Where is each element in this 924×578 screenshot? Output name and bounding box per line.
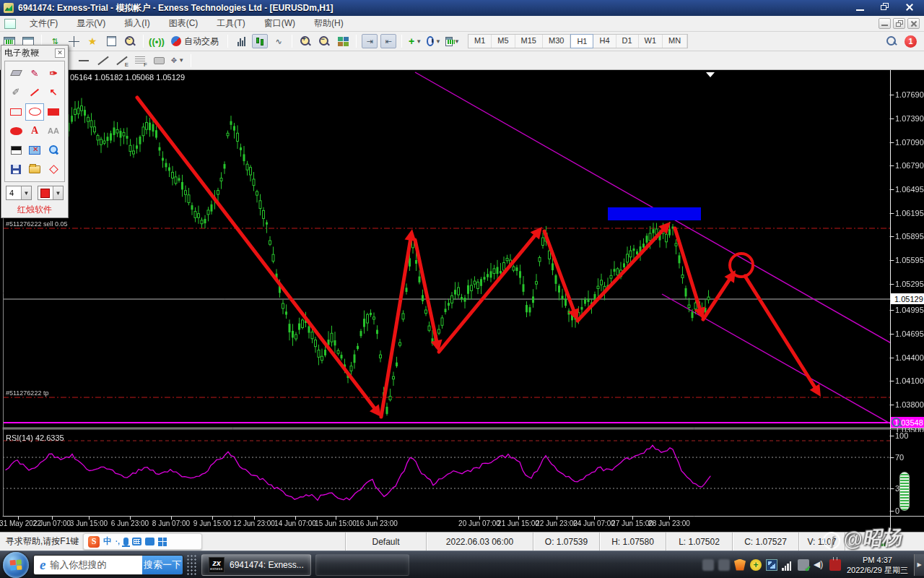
- save-tool[interactable]: [6, 161, 25, 178]
- start-button[interactable]: [3, 552, 29, 578]
- show-desktop-button[interactable]: ▶: [914, 554, 924, 576]
- auto-scroll-button[interactable]: ⇥: [362, 34, 378, 48]
- chart-shift-button[interactable]: ⇤: [380, 34, 396, 48]
- tf-m5[interactable]: M5: [492, 35, 515, 48]
- notification-badge[interactable]: 1: [905, 35, 917, 48]
- power-plug-icon[interactable]: [829, 559, 841, 571]
- tf-mn[interactable]: MN: [663, 35, 687, 48]
- sogou-input-bar[interactable]: S 中 ·,: [83, 533, 202, 550]
- menu-help[interactable]: 帮助(H): [305, 16, 353, 31]
- equidistant-channel-button[interactable]: E: [113, 53, 129, 68]
- periods-button[interactable]: ▼: [426, 34, 442, 48]
- skin-icon[interactable]: [145, 538, 154, 545]
- toolbox-grid-icon[interactable]: [158, 538, 167, 546]
- brush-tool[interactable]: ✑: [44, 64, 63, 82]
- marker-tool[interactable]: ✐: [6, 84, 25, 101]
- ellipse-filled-tool[interactable]: [6, 122, 25, 139]
- taskbar-app-exness[interactable]: zxexness 6941474: Exness...: [201, 554, 311, 576]
- antivirus-icon[interactable]: +: [750, 559, 762, 571]
- fibonacci-button[interactable]: F: [132, 53, 148, 68]
- zoom-out-button[interactable]: −: [316, 34, 332, 48]
- tile-windows-button[interactable]: [335, 34, 351, 48]
- volume-icon[interactable]: ◀): [814, 559, 825, 571]
- drawing-palette-window[interactable]: 电子教鞭 ✕ ✎ ✑ ✐ ↖ A AA 4 ▼ ▼ 红烛软件: [1, 45, 69, 218]
- price-axis-label: 1.05595: [895, 256, 924, 264]
- sogou-logo-icon[interactable]: S: [88, 536, 100, 548]
- search-icon[interactable]: [886, 35, 897, 47]
- doc-minimize-button[interactable]: [879, 18, 891, 29]
- menu-window[interactable]: 窗口(W): [255, 16, 305, 31]
- magenta-price-box: 1.03548: [891, 417, 924, 428]
- horizontal-line-button[interactable]: [76, 53, 92, 68]
- open-tool[interactable]: [25, 161, 44, 178]
- tf-m15[interactable]: M15: [515, 35, 543, 48]
- pen-tool[interactable]: ✎: [25, 64, 44, 82]
- minimize-button[interactable]: [853, 1, 868, 13]
- display-utility-icon[interactable]: [766, 559, 777, 571]
- security-shield-icon[interactable]: [734, 559, 746, 571]
- usb-safely-remove-icon[interactable]: [798, 559, 809, 571]
- signals-button[interactable]: ((•)): [149, 34, 165, 48]
- taskbar-app-other[interactable]: [315, 554, 409, 576]
- pen-color-dropdown[interactable]: ▼: [38, 186, 64, 200]
- indicators-button[interactable]: +▼: [407, 34, 423, 48]
- tf-d1[interactable]: D1: [616, 35, 639, 48]
- tf-m30[interactable]: M30: [543, 35, 570, 48]
- restore-button[interactable]: [878, 1, 892, 13]
- text-aa-tool[interactable]: AA: [44, 122, 63, 139]
- terminal-button[interactable]: [103, 34, 119, 48]
- bar-chart-button[interactable]: [233, 34, 249, 48]
- tf-h4[interactable]: H4: [593, 35, 616, 48]
- red-line-tool[interactable]: [25, 84, 44, 101]
- menu-insert[interactable]: 插入(I): [115, 16, 159, 31]
- tf-w1[interactable]: W1: [639, 35, 663, 48]
- tray-hidden-icon[interactable]: [718, 559, 730, 571]
- eraser-tool[interactable]: [6, 64, 25, 82]
- search-go-button[interactable]: 搜索一下: [142, 556, 183, 574]
- menu-file[interactable]: 文件(F): [20, 16, 67, 31]
- palette-titlebar[interactable]: 电子教鞭 ✕: [1, 46, 68, 60]
- keyboard-icon[interactable]: [132, 538, 141, 545]
- rectangle-outline-tool[interactable]: [6, 103, 25, 121]
- tf-m1[interactable]: M1: [468, 35, 492, 48]
- autotrading-button[interactable]: 自动交易: [166, 34, 224, 49]
- price-chart-canvas[interactable]: [0, 70, 924, 532]
- screen-tool[interactable]: [25, 142, 44, 159]
- menu-view[interactable]: 显示(V): [67, 16, 115, 31]
- tray-hidden-icon[interactable]: [702, 559, 714, 571]
- candlestick-chart-button[interactable]: [252, 34, 268, 48]
- text-a-tool[interactable]: A: [25, 122, 44, 139]
- doc-close-button[interactable]: [907, 18, 920, 29]
- doc-restore-button[interactable]: [893, 18, 905, 29]
- arrows-tool-button[interactable]: ✥▼: [170, 53, 186, 68]
- tf-h1[interactable]: H1: [570, 34, 593, 48]
- diamond-tool[interactable]: [44, 161, 63, 178]
- close-button[interactable]: [902, 1, 917, 13]
- blackboard-tool[interactable]: [6, 142, 25, 159]
- network-signal-icon[interactable]: [782, 559, 793, 571]
- line-chart-button[interactable]: ∿: [271, 34, 287, 48]
- strategy-tester-button[interactable]: ~: [122, 34, 138, 48]
- microphone-icon[interactable]: [123, 538, 128, 545]
- new-order-button[interactable]: ★: [84, 34, 100, 48]
- punctuation-icon[interactable]: ·,: [116, 538, 120, 545]
- rectangle-filled-tool[interactable]: [44, 103, 63, 121]
- chinese-mode-icon[interactable]: 中: [103, 535, 112, 548]
- ie-search-widget[interactable]: e 输入你想搜的 搜索一下: [33, 555, 183, 575]
- ellipse-outline-tool[interactable]: [25, 103, 44, 121]
- taskbar-clock[interactable]: PM 4:37 2022/6/29 星期三: [847, 555, 908, 575]
- zoom-in-button[interactable]: +: [297, 34, 313, 48]
- trendline-button[interactable]: [95, 53, 110, 68]
- search-input[interactable]: e 输入你想搜的: [34, 556, 142, 574]
- magnifier-tool[interactable]: [44, 142, 63, 159]
- chart-area[interactable]: 05164 1.05182 1.05068 1.05129 #511276222…: [0, 70, 924, 532]
- status-profile-cell[interactable]: Default: [345, 532, 426, 551]
- red-arrow-tool[interactable]: ↖: [44, 84, 63, 101]
- pen-width-dropdown[interactable]: 4 ▼: [6, 186, 32, 200]
- text-label-button[interactable]: [151, 53, 167, 68]
- templates-button[interactable]: ▼: [445, 34, 461, 48]
- palette-close-icon[interactable]: ✕: [55, 48, 65, 58]
- menu-charts[interactable]: 图表(C): [160, 16, 208, 31]
- menu-tools[interactable]: 工具(T): [207, 16, 254, 31]
- supply-zone-rectangle[interactable]: [608, 207, 701, 220]
